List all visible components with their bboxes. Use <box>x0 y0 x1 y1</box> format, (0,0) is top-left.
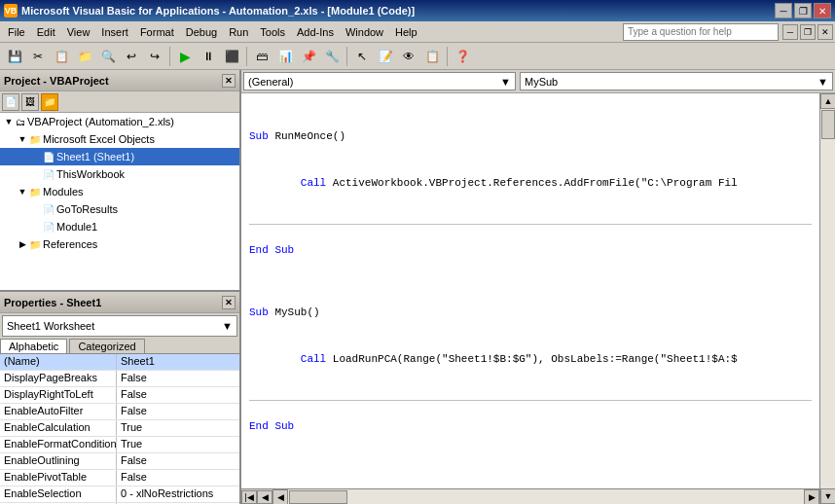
tree-gotoresults[interactable]: 📄 GoToResults <box>0 200 239 218</box>
tree-modules[interactable]: ▼ 📁 Modules <box>0 183 239 200</box>
icon-excel-objects: 📁 <box>29 134 41 145</box>
icon-module1: 📄 <box>43 222 54 233</box>
menu-help[interactable]: Help <box>389 22 423 42</box>
props-key-displaypagebreaks: DisplayPageBreaks <box>0 371 117 386</box>
hscroll-thumb[interactable] <box>289 490 347 504</box>
code-dropdown-left[interactable]: (General) ▼ <box>243 72 516 90</box>
props-row-enableformatconditions: EnableFormatConditionsCa True <box>0 437 239 453</box>
label-gotoresults: GoToResults <box>56 203 118 215</box>
nav-prev[interactable]: ◀ <box>257 490 272 504</box>
toolbar-sep4 <box>447 47 448 66</box>
toolbar-undo[interactable]: ↩ <box>121 46 142 67</box>
toolbar-cursor[interactable]: ↖ <box>351 46 373 67</box>
toolbar-pause[interactable]: ⏸ <box>198 46 219 67</box>
code-toolbar: (General) ▼ MySub ▼ <box>241 70 835 93</box>
code-dropdown-right-value: MySub <box>525 76 558 88</box>
toolbar-stop[interactable]: ⬛ <box>221 46 242 67</box>
toolbar-vba-icon[interactable]: 🗃 <box>251 46 272 67</box>
menu-run[interactable]: Run <box>223 22 254 42</box>
vscroll-down[interactable]: ▼ <box>820 488 835 504</box>
vscroll-up[interactable]: ▲ <box>820 93 835 109</box>
toolbar-props[interactable]: 🔧 <box>321 46 343 67</box>
code-separator1 <box>249 224 812 225</box>
help-input[interactable] <box>623 23 779 41</box>
toolbar-locals[interactable]: 📝 <box>375 46 396 67</box>
props-dropdown[interactable]: Sheet1 Worksheet ▼ <box>2 315 237 337</box>
props-row-enablepivottable: EnablePivotTable False <box>0 470 239 486</box>
tree-vbaproject[interactable]: ▼ 🗂 VBAProject (Automation_2.xls) <box>0 113 239 130</box>
project-tree[interactable]: ▼ 🗂 VBAProject (Automation_2.xls) ▼ 📁 Mi… <box>0 113 239 290</box>
toolbar-find[interactable]: 🔍 <box>97 46 119 67</box>
menu-debug[interactable]: Debug <box>180 22 223 42</box>
properties-panel-header: Properties - Sheet1 ✕ <box>0 292 239 313</box>
vscroll-thumb[interactable] <box>821 110 835 139</box>
expand-references: ▶ <box>18 239 27 249</box>
icon-references: 📁 <box>29 239 41 250</box>
label-module1: Module1 <box>56 221 97 233</box>
project-panel-controls: ✕ <box>222 74 236 88</box>
tree-thisworkbook[interactable]: 📄 ThisWorkbook <box>0 165 239 183</box>
props-key-name: (Name) <box>0 354 117 370</box>
toolbar-save[interactable]: 💾 <box>4 46 25 67</box>
restore-button[interactable]: ❐ <box>794 3 812 18</box>
toolbar-ref[interactable]: 📌 <box>298 46 319 67</box>
menu-edit[interactable]: Edit <box>31 22 61 42</box>
toolbar-help[interactable]: ❓ <box>452 46 473 67</box>
tree-module1[interactable]: 📄 Module1 <box>0 218 239 235</box>
toolbar-copy[interactable]: 📋 <box>51 46 72 67</box>
properties-panel-title: Properties - Sheet1 <box>4 297 101 308</box>
toolbar-paste[interactable]: 📁 <box>74 46 95 67</box>
tree-sheet1[interactable]: 📄 Sheet1 (Sheet1) <box>0 148 239 165</box>
expand-excel-objects: ▼ <box>18 134 27 144</box>
nav-first[interactable]: |◀ <box>241 490 257 504</box>
properties-panel-close[interactable]: ✕ <box>222 296 236 309</box>
proj-view-object[interactable]: 🖼 <box>21 93 39 111</box>
project-panel-title: Project - VBAProject <box>4 75 109 87</box>
props-key-enablepivottable: EnablePivotTable <box>0 470 117 486</box>
close-button[interactable]: ✕ <box>814 3 831 18</box>
toolbar-run[interactable]: ▶ <box>174 46 196 67</box>
vscrollbar[interactable]: ▲ ▼ <box>819 93 835 504</box>
props-row-displaypagebreaks: DisplayPageBreaks False <box>0 371 239 387</box>
help-close-btn[interactable]: ✕ <box>817 24 833 40</box>
tab-categorized[interactable]: Categorized <box>69 339 144 353</box>
menu-tools[interactable]: Tools <box>254 22 291 42</box>
menu-window[interactable]: Window <box>340 22 389 42</box>
props-val-enableoutlining: False <box>117 453 239 469</box>
project-panel-close[interactable]: ✕ <box>222 74 236 88</box>
toolbar-call[interactable]: 📋 <box>421 46 443 67</box>
toolbar: 💾 ✂ 📋 📁 🔍 ↩ ↪ ▶ ⏸ ⬛ 🗃 📊 📌 🔧 ↖ 📝 👁 📋 ❓ <box>0 43 835 70</box>
hscroll-right[interactable]: ▶ <box>804 489 819 505</box>
props-val-enablepivottable: False <box>117 470 239 486</box>
code-scroll-area: Sub RunMeOnce() Call ActiveWorkbook.VBPr… <box>241 93 819 504</box>
hscrollbar[interactable]: |◀ ◀ ◀ ▶ <box>241 488 819 504</box>
menu-format[interactable]: Format <box>134 22 180 42</box>
label-thisworkbook: ThisWorkbook <box>56 168 125 180</box>
tree-references[interactable]: ▶ 📁 References <box>0 235 239 253</box>
menu-addins[interactable]: Add-Ins <box>291 22 340 42</box>
code-editor-container: Sub RunMeOnce() Call ActiveWorkbook.VBPr… <box>241 93 835 504</box>
toolbar-watch[interactable]: 👁 <box>398 46 419 67</box>
help-min-btn[interactable]: ─ <box>782 24 798 40</box>
code-dropdown-right[interactable]: MySub ▼ <box>520 72 833 90</box>
hscroll-track[interactable] <box>288 489 804 505</box>
tree-excel-objects[interactable]: ▼ 📁 Microsoft Excel Objects <box>0 130 239 148</box>
minimize-button[interactable]: ─ <box>775 3 792 18</box>
code-editor[interactable]: Sub RunMeOnce() Call ActiveWorkbook.VBPr… <box>241 93 819 488</box>
menu-insert[interactable]: Insert <box>95 22 134 42</box>
code-line-3: End Sub <box>249 242 812 258</box>
props-row-enableselection: EnableSelection 0 - xlNoRestrictions <box>0 486 239 503</box>
vscroll-track[interactable] <box>820 109 835 488</box>
toolbar-cut[interactable]: ✂ <box>27 46 49 67</box>
hscroll-left[interactable]: ◀ <box>272 489 288 505</box>
help-restore-btn[interactable]: ❐ <box>800 24 816 40</box>
code-line-4: Sub MySub() <box>249 305 812 320</box>
proj-view-code[interactable]: 📄 <box>2 93 19 111</box>
menu-view[interactable]: View <box>61 22 96 42</box>
proj-toggle-folders[interactable]: 📁 <box>41 93 58 111</box>
props-val-displayrighttoleft: False <box>117 387 239 403</box>
menu-file[interactable]: File <box>2 22 31 42</box>
toolbar-obj[interactable]: 📊 <box>274 46 296 67</box>
tab-alphabetic[interactable]: Alphabetic <box>0 339 67 353</box>
toolbar-redo[interactable]: ↪ <box>144 46 165 67</box>
